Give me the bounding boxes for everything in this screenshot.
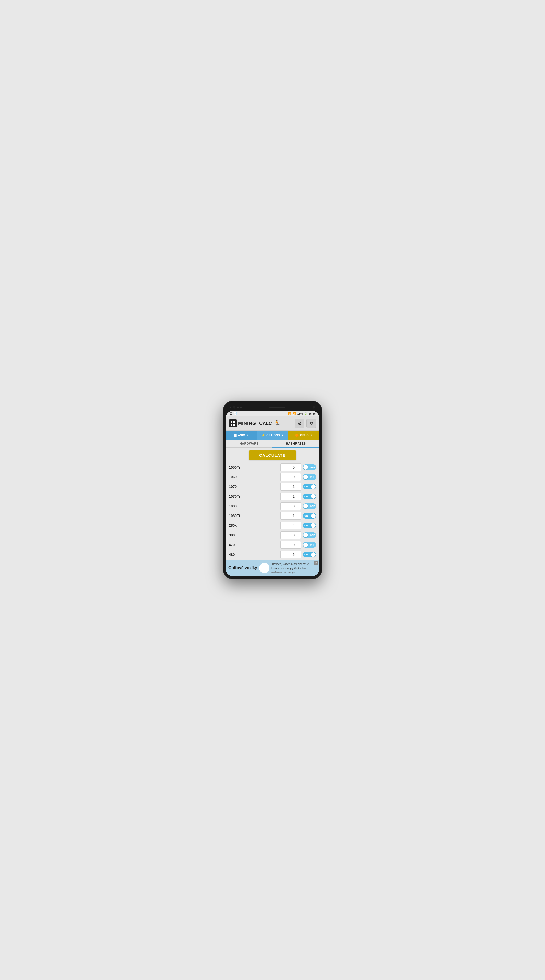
camera-dots-right	[312, 406, 315, 409]
gpu-toggle-label-470: OFF	[310, 544, 315, 546]
status-right: 📶 📶 18% 🔋 16:36	[288, 412, 316, 415]
tab-options[interactable]: ⚡ OPTIONS ▼	[257, 431, 288, 440]
gpus-icon: 🔶	[295, 433, 299, 437]
gpu-input-380[interactable]	[280, 531, 301, 539]
gpu-toggle-knob-1070Ti	[311, 494, 316, 499]
gpu-label-1050Ti: 1050Ti	[229, 465, 247, 469]
ad-close-button[interactable]: ✕	[314, 561, 318, 565]
gpu-toggle-label-1050Ti: OFF	[310, 466, 315, 469]
wifi-icon: 📶	[288, 412, 292, 415]
tab-gpus-label: GPUS	[300, 434, 309, 437]
header-actions: ⚙ ↻	[295, 418, 316, 428]
ad-close-icon: ✕	[314, 561, 318, 565]
gpu-label-1070: 1070	[229, 485, 247, 489]
ad-arrow-button[interactable]: →	[259, 563, 269, 573]
gpu-row: 480ON	[229, 551, 316, 558]
gpu-toggle-knob-280x	[311, 523, 316, 528]
gpu-row: 470OFF	[229, 541, 316, 549]
logo-runner-icon: 🏃	[274, 420, 280, 427]
gpu-toggle-wrap-1070Ti: ON	[303, 493, 316, 499]
gpu-toggle-1050Ti[interactable]: OFF	[303, 465, 316, 470]
gpu-toggle-380[interactable]: OFF	[303, 532, 316, 538]
gpu-label-1080: 1080	[229, 504, 247, 508]
gpu-toggle-470[interactable]: OFF	[303, 542, 316, 548]
svg-rect-1	[233, 421, 235, 423]
front-camera	[312, 406, 315, 409]
gpu-input-1060[interactable]	[280, 473, 301, 481]
gpu-row: 1050TiOFF	[229, 463, 316, 471]
gpu-input-1050Ti[interactable]	[280, 463, 301, 471]
gpu-toggle-label-480: ON	[304, 553, 308, 556]
gpu-label-1060: 1060	[229, 475, 247, 479]
gpu-toggle-knob-380	[303, 533, 308, 538]
gpu-input-480[interactable]	[280, 551, 301, 558]
gpu-toggle-wrap-1060: OFF	[303, 474, 316, 480]
refresh-button[interactable]: ↻	[306, 418, 316, 428]
options-dropdown-arrow: ▼	[281, 434, 284, 436]
battery-icon: 🔋	[304, 412, 308, 415]
tab-asic[interactable]: ▦ ASIC ▼	[226, 431, 257, 440]
gpu-input-1070Ti[interactable]	[280, 493, 301, 500]
hardware-tab-label: HARDWARE	[239, 442, 259, 445]
ad-banner: Golfové vozíky → Inovace, vášeň a preciz…	[226, 560, 319, 576]
gpu-toggle-label-1080: OFF	[310, 505, 315, 508]
camera-dot	[230, 407, 231, 408]
svg-rect-2	[231, 424, 233, 426]
camera-dots	[230, 406, 242, 409]
tab-gpus[interactable]: 🔶 GPUS ▼	[288, 431, 319, 440]
gpu-input-470[interactable]	[280, 541, 301, 549]
gpu-toggle-1070[interactable]: ON	[303, 484, 316, 490]
gpu-row: 1070TiON	[229, 493, 316, 500]
gpu-toggle-knob-1050Ti	[303, 465, 308, 469]
status-bar: 🖼 📄 📶 📶 18% 🔋 16:36	[226, 411, 319, 417]
gpu-input-1080Ti[interactable]	[280, 512, 301, 520]
gpu-input-1070[interactable]	[280, 483, 301, 490]
sub-tab-hardware[interactable]: HARDWARE	[226, 440, 272, 447]
gpu-toggle-1080[interactable]: OFF	[303, 503, 316, 509]
gpu-toggle-knob-470	[303, 542, 308, 547]
app-logo: MINING CALC 🏃	[229, 419, 280, 428]
ad-text-right: Inovace, vášeň a preciznost v kombinaci …	[271, 562, 317, 574]
status-left: 🖼 📄	[229, 412, 237, 415]
logo-grid-icon	[229, 419, 237, 428]
ad-company-name: Golf Geum Technology	[271, 571, 317, 574]
gpu-row: 1080OFF	[229, 502, 316, 510]
calculate-button-wrapper: CALCULATE	[229, 450, 316, 460]
gpu-toggle-label-1070: ON	[304, 485, 308, 488]
gpu-row: 380OFF	[229, 531, 316, 539]
gpu-toggle-label-1070Ti: ON	[304, 495, 308, 498]
options-icon: ⚡	[261, 433, 266, 437]
gpu-toggle-knob-1080Ti	[311, 514, 316, 518]
gpu-toggle-wrap-280x: ON	[303, 523, 316, 528]
gpu-toggle-label-1060: OFF	[310, 476, 315, 478]
logo-mining-text: MINING	[238, 421, 256, 426]
gpu-row: 1070ON	[229, 483, 316, 490]
gpu-toggle-1080Ti[interactable]: ON	[303, 513, 316, 519]
content-area[interactable]: CALCULATE 1050TiOFF1060OFF1070ON1070TiON…	[226, 448, 319, 560]
gpu-input-1080[interactable]	[280, 502, 301, 510]
gpu-toggle-1070Ti[interactable]: ON	[303, 493, 316, 499]
gpu-toggle-480[interactable]: ON	[303, 552, 316, 557]
gpu-label-1080Ti: 1080Ti	[229, 514, 247, 518]
gpu-input-280x[interactable]	[280, 522, 301, 529]
refresh-icon: ↻	[309, 421, 313, 426]
battery-percent: 18%	[297, 412, 303, 415]
gpu-label-480: 480	[229, 552, 247, 557]
gpu-label-1070Ti: 1070Ti	[229, 494, 247, 498]
camera-lens	[233, 406, 236, 409]
camera-dot-3	[240, 407, 242, 408]
gpu-toggle-wrap-1050Ti: OFF	[303, 465, 316, 470]
gpu-toggle-label-280x: ON	[304, 524, 308, 527]
settings-button[interactable]: ⚙	[295, 418, 304, 428]
gpu-row: 280xON	[229, 522, 316, 529]
clock: 16:36	[309, 412, 316, 415]
gpu-toggle-1060[interactable]: OFF	[303, 474, 316, 480]
sub-tab-hashrates[interactable]: HASHRATES	[272, 440, 319, 448]
calculate-button[interactable]: CALCULATE	[249, 450, 296, 460]
tab-asic-label: ASIC	[238, 434, 245, 437]
gpu-toggle-knob-1070	[311, 484, 316, 489]
gpu-toggle-knob-480	[311, 552, 316, 557]
gpu-toggle-280x[interactable]: ON	[303, 523, 316, 528]
logo-calc-text: CALC	[259, 421, 272, 426]
gpu-toggle-wrap-1080: OFF	[303, 503, 316, 509]
